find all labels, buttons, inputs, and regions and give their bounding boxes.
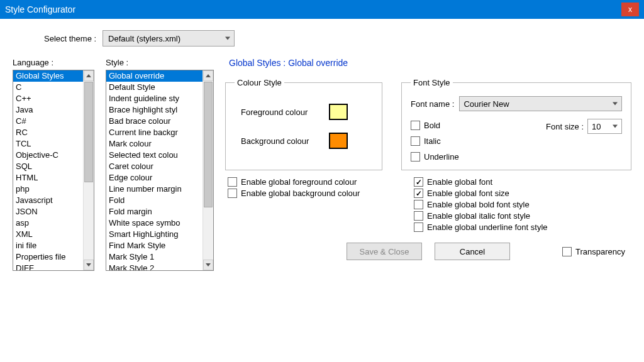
scroll-down-button[interactable] [84,260,94,270]
enable-global-font-checkbox[interactable]: Enable global font [414,177,631,187]
font-name-row: Font name : Courier New [411,96,622,111]
list-item[interactable]: C# [13,116,94,127]
main-area: Language : Global StylesCC++JavaC#RCTCLO… [13,58,631,271]
font-name-select[interactable]: Courier New [459,96,622,111]
font-checks-col: Bold Italic Underline [411,119,459,163]
list-item[interactable]: White space symbo [106,217,213,229]
list-item[interactable]: DIFF [13,263,94,271]
save-close-button[interactable]: Save & Close [347,243,422,260]
list-item[interactable]: XML [13,229,94,240]
list-item[interactable]: Properties file [13,251,94,263]
list-item[interactable]: Default Style [106,82,213,93]
global-font-checks: Enable global font Enable global font si… [414,175,631,234]
list-item[interactable]: Indent guideline sty [106,93,213,104]
background-colour-swatch[interactable] [329,133,348,149]
close-button[interactable]: x [621,3,639,16]
style-column: Style : Global overrideDefault StyleInde… [106,58,214,271]
checkbox-icon [411,152,420,162]
enable-global-font-size-label: Enable global font size [427,189,509,198]
enable-global-bg-checkbox[interactable]: Enable global background colour [228,189,389,198]
list-item[interactable]: Javascript [13,195,94,206]
list-item[interactable]: Line number margin [106,184,213,195]
list-item[interactable]: ini file [13,240,94,251]
italic-checkbox[interactable]: Italic [411,136,459,146]
font-size-value: 10 [592,122,601,131]
list-item[interactable]: Caret colour [106,161,213,172]
arrow-down-icon [206,263,211,266]
enable-global-italic-checkbox[interactable]: Enable global italic font style [414,211,631,221]
list-item[interactable]: RC [13,127,94,138]
foreground-colour-swatch[interactable] [329,104,348,120]
cancel-button[interactable]: Cancel [435,243,510,260]
language-scrollbar[interactable] [83,70,94,270]
list-item[interactable]: Mark colour [106,138,213,150]
style-scrollbar[interactable] [203,70,213,270]
chevron-down-icon [613,125,618,128]
list-item[interactable]: Objective-C [13,150,94,161]
chevron-down-icon [613,102,618,106]
scroll-up-button[interactable] [84,70,94,81]
language-listbox[interactable]: Global StylesCC++JavaC#RCTCLObjective-CS… [13,70,94,271]
list-item[interactable]: C++ [13,93,94,104]
list-item[interactable]: HTML [13,172,94,184]
list-item[interactable]: Current line backgr [106,127,213,138]
font-style-legend: Font Style [411,78,453,87]
scroll-thumb[interactable] [204,82,213,207]
enable-global-italic-label: Enable global italic font style [427,211,530,221]
style-heading: Global Styles : Global override [229,58,631,68]
bold-label: Bold [424,121,440,130]
scroll-thumb[interactable] [84,82,93,182]
font-name-label: Font name : [411,99,454,109]
list-item[interactable]: Mark Style 2 [106,263,213,271]
list-item[interactable]: Mark Style 1 [106,251,213,263]
checkbox-icon [414,200,423,209]
theme-select[interactable]: Default (stylers.xml) [103,30,235,47]
list-item[interactable]: Brace highlight styl [106,104,213,116]
checkbox-checked-icon [414,189,423,198]
enable-global-fg-checkbox[interactable]: Enable global foreground colour [228,177,389,187]
arrow-down-icon [86,263,91,266]
list-item[interactable]: Fold margin [106,206,213,217]
list-item[interactable]: JSON [13,206,94,217]
bold-checkbox[interactable]: Bold [411,121,459,130]
list-item[interactable]: Global override [106,70,213,82]
enable-global-font-size-checkbox[interactable]: Enable global font size [414,189,631,198]
enable-global-underline-checkbox[interactable]: Enable global underline font style [414,222,631,232]
underline-label: Underline [424,152,459,162]
list-item[interactable]: Smart HighLighting [106,229,213,240]
checkbox-icon [228,177,237,187]
button-row: Save & Close Cancel Transparency [225,243,631,260]
groups-row: Colour Style Foreground colour Backgroun… [225,78,631,170]
theme-select-value: Default (stylers.xml) [108,34,180,43]
list-item[interactable]: Fold [106,195,213,206]
list-item[interactable]: Find Mark Style [106,240,213,251]
list-item[interactable]: asp [13,217,94,229]
window-title: Style Configurator [5,4,621,14]
style-listbox[interactable]: Global overrideDefault StyleIndent guide… [106,70,214,271]
checkbox-icon [414,211,423,221]
list-item[interactable]: Selected text colou [106,150,213,161]
checkbox-icon [411,136,420,146]
style-label: Style : [106,58,214,67]
list-item[interactable]: Global Styles [13,70,94,82]
cancel-label: Cancel [460,247,485,256]
font-style-group: Font Style Font name : Courier New Bold [401,78,631,170]
list-item[interactable]: TCL [13,138,94,150]
underline-checkbox[interactable]: Underline [411,152,459,162]
font-size-select[interactable]: 10 [587,119,622,134]
enable-global-bold-checkbox[interactable]: Enable global bold font style [414,200,631,209]
list-item[interactable]: php [13,184,94,195]
list-item[interactable]: SQL [13,161,94,172]
list-item[interactable]: Edge colour [106,172,213,184]
transparency-checkbox[interactable]: Transparency [562,247,625,256]
enable-global-bg-label: Enable global background colour [241,189,360,198]
list-item[interactable]: Bad brace colour [106,116,213,127]
list-item[interactable]: C [13,82,94,93]
scroll-up-button[interactable] [203,70,213,81]
global-enable-row: Enable global foreground colour Enable g… [225,175,631,234]
chevron-down-icon [225,37,230,40]
language-label: Language : [13,58,94,67]
scroll-down-button[interactable] [203,260,213,270]
list-item[interactable]: Java [13,104,94,116]
dialog-content: Select theme : Default (stylers.xml) Lan… [0,19,644,277]
